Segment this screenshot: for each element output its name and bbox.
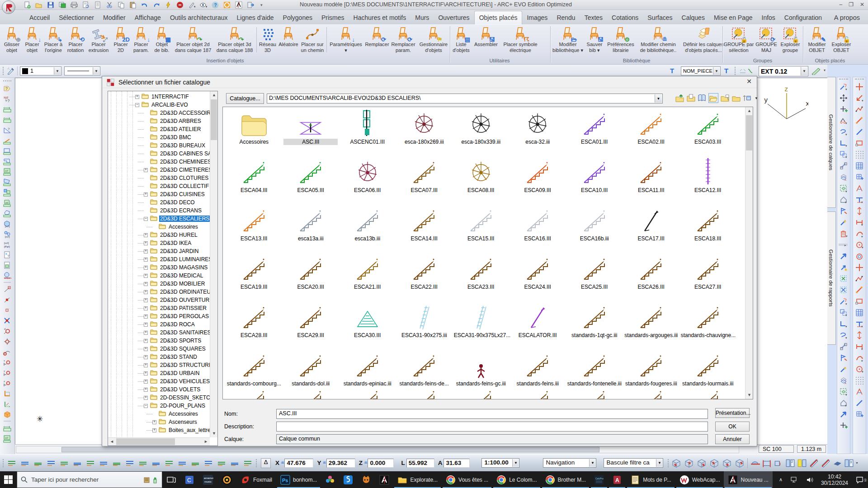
right-tool-homeB-icon[interactable]: ▾ <box>838 397 849 408</box>
tree-item-2d-3d-deco[interactable]: 2D&3D DECO <box>144 198 196 206</box>
file-item-esca27-iii[interactable]: ESCA27.III <box>681 256 735 290</box>
toolbar-grip2[interactable] <box>735 67 737 75</box>
file-item-esca21-iii[interactable]: ESCA21.III <box>340 256 395 290</box>
canvas-h-scrollbar[interactable] <box>16 446 739 453</box>
wall-tool-6-icon[interactable] <box>84 458 97 468</box>
collapse-icon[interactable]: − <box>135 103 139 107</box>
copy-icon[interactable] <box>118 1 125 9</box>
wall-tool-3-icon[interactable] <box>44 458 57 468</box>
description-input[interactable] <box>276 422 708 432</box>
taskbar-item-nouveau-[interactable]: Nouveau ... <box>724 471 772 488</box>
right-tool-arrowBig-icon[interactable] <box>838 408 849 420</box>
wall-tool-2-icon[interactable] <box>31 458 44 468</box>
tree-item-boites-aux-lettres[interactable]: +Boites_aux_lettres <box>152 426 214 434</box>
views-dropdown-icon[interactable]: ▼ <box>755 96 758 100</box>
save-icon[interactable] <box>47 1 54 9</box>
delta-button[interactable]: Δ <box>261 458 271 468</box>
taskbar-item-taskview[interactable] <box>162 471 180 488</box>
taskbar-item-flower[interactable] <box>321 471 339 488</box>
wall-tool-15-icon[interactable] <box>202 458 215 468</box>
taskbar-item-vous-tes-[interactable]: Vous êtes ... <box>442 471 492 488</box>
section-tool-8-icon[interactable]: 3 <box>843 458 855 468</box>
right-tool2-hR-icon[interactable]: ▾ <box>854 341 865 352</box>
cancel-button[interactable]: Annuler <box>715 434 750 444</box>
view-cube-2-icon[interactable] <box>695 458 708 468</box>
left-tool-aream2-icon[interactable] <box>2 177 12 187</box>
print-preview-icon[interactable] <box>82 1 90 9</box>
ribbon-button-exploser-groupe[interactable]: 🔓Explosergroupe <box>778 25 802 56</box>
left-tool-www-icon[interactable]: www+ <box>2 270 12 281</box>
tree-item-2d-3d-clotures[interactable]: 2D&3D CLOTURES <box>144 174 209 182</box>
file-item-esca05-iii[interactable]: ESCA05.III <box>283 159 338 193</box>
tree-item-2d-3d-ecrans[interactable]: 2D&3D ECRANS <box>144 206 203 215</box>
view-cube-1-icon[interactable] <box>683 458 695 468</box>
tab-gestionnaire-rapports[interactable]: Gestionnaire de rapports <box>827 211 836 345</box>
tree-item-2d-3d-atelier[interactable]: 2D&3D ATELIER <box>144 125 202 133</box>
right-tool2-rectR-icon[interactable] <box>854 296 865 307</box>
left-tool-tagq-icon[interactable]: ? <box>2 83 12 94</box>
right-tool-dupB-icon[interactable] <box>838 341 849 352</box>
tab-murs[interactable]: Murs <box>410 11 434 24</box>
catalog-book-icon[interactable] <box>697 93 707 103</box>
wall-tool-18-icon[interactable] <box>241 458 254 468</box>
ribbon-button-exploser-objet[interactable]: 🔓ExploserOBJET <box>829 25 854 56</box>
ribbon-button-gestionnaire-d-objets[interactable]: ⚑Gestionnaired'objets <box>416 25 451 56</box>
left-tool-cornerO-icon[interactable] <box>2 388 12 399</box>
tray-expand-icon[interactable]: ∧ <box>775 477 787 483</box>
wall-tool-12-icon[interactable] <box>162 458 175 468</box>
file-item-esca13a-iii[interactable]: esca13a.iii <box>283 207 338 242</box>
right-tool-wandB-icon[interactable] <box>838 216 849 228</box>
file-item-standards-fougeres-iii[interactable]: standards-fougeres.iii <box>624 352 678 387</box>
file-item-esca13-iii[interactable]: ESCA13.III <box>227 207 281 242</box>
right-tool2-dotgrid-icon[interactable] <box>854 375 865 386</box>
expand-icon[interactable]: + <box>144 331 148 335</box>
right-tool2-circR2-icon[interactable] <box>854 250 865 262</box>
tree-item-accessoires[interactable]: Accessoires <box>152 223 199 231</box>
file-item-esca22-iii[interactable]: ESCA22.III <box>397 256 451 290</box>
ribbon-button-groupe-par-s-lection[interactable]: 🔒GROUPE parsélection <box>723 25 754 56</box>
dim-icons[interactable] <box>739 67 756 75</box>
network-icon[interactable] <box>787 477 802 483</box>
section-tool-0-icon[interactable] <box>749 458 761 468</box>
tab-images[interactable]: Images <box>522 11 552 24</box>
ribbon-button-placer-objet-2d-dans-calque-187[interactable]: ↷Placer objet 2ddans calque 187 <box>172 25 214 56</box>
ribbon-button-r-seau-3d[interactable]: Réseau3D <box>258 25 278 56</box>
taskbar-item-webacap-[interactable]: WebAcap... <box>675 471 724 488</box>
file-item-esca23-iii[interactable]: ESCA23.III <box>454 256 508 290</box>
tree-item-2d-3d-urbain[interactable]: +2D&3D URBAIN <box>144 369 200 377</box>
left-tool-lineR2-icon[interactable] <box>2 295 12 305</box>
volume-icon[interactable] <box>802 477 817 483</box>
right-tool-wandB-icon[interactable] <box>838 363 849 375</box>
tab-affichage[interactable]: Affichage <box>130 11 165 24</box>
right-tool2-zigzagR-icon[interactable] <box>854 103 865 115</box>
right-tool-editB-icon[interactable]: ▾ <box>838 296 849 307</box>
right-tool-layerB-icon[interactable]: A <box>838 171 849 183</box>
expand-icon[interactable]: + <box>152 420 156 424</box>
tree-item-2d-3d-vehicules[interactable]: +2D&3D VEHICULES <box>144 377 211 385</box>
arcplus-icon[interactable] <box>223 1 231 9</box>
taskbar-item-foxmail[interactable]: Foxmail <box>236 471 276 488</box>
tree-item-2d-3d-cimetieres[interactable]: +2D&3D CIMETIERES <box>144 166 213 174</box>
right-tool2-gridB-icon[interactable] <box>854 307 865 318</box>
taskbar-item-accessa[interactable]: A <box>608 471 626 488</box>
file-item-esca26-iii[interactable]: ESCA26.III <box>624 256 678 290</box>
file-item-standards-dol-iii[interactable]: standards-dol.iii <box>283 352 338 387</box>
tab-modifier[interactable]: Modifier <box>99 11 130 24</box>
right-tool-lassoB-icon[interactable]: ▾ <box>838 329 849 341</box>
tree-item-2d-3d-bureaux[interactable]: 2D&3D BUREAUX <box>144 141 206 150</box>
tree-item-2d-3d-hurel[interactable]: +2D&3D HUREL <box>144 231 198 239</box>
wall-tool-11-icon[interactable] <box>149 458 162 468</box>
tree-item-2d-dessin-sketch[interactable]: +2D-DESSIN_SKETCH <box>144 394 215 402</box>
section-tool-7-icon[interactable] <box>831 458 843 468</box>
right-tool-selboxG-icon[interactable] <box>838 273 849 284</box>
piece-combobox[interactable]: NOM_PIECE▼ <box>681 66 721 75</box>
collapse-icon[interactable]: − <box>144 404 148 408</box>
folder-up-icon[interactable] <box>675 93 684 103</box>
dialog-close-icon[interactable]: ✕ <box>744 78 754 87</box>
expand-icon[interactable]: + <box>144 266 148 270</box>
file-item-esca-32-iii[interactable]: esca-32.iii <box>510 111 565 145</box>
eye-icon[interactable]: ▾ <box>200 1 207 9</box>
wall-tool-17-icon[interactable] <box>228 458 241 468</box>
tree-item-2d-3d-sanitaires[interactable]: +2D&3D SANITAIRES <box>144 328 212 337</box>
tab-gestionnaire-calques[interactable]: Gestionnaire de calques <box>827 77 836 208</box>
